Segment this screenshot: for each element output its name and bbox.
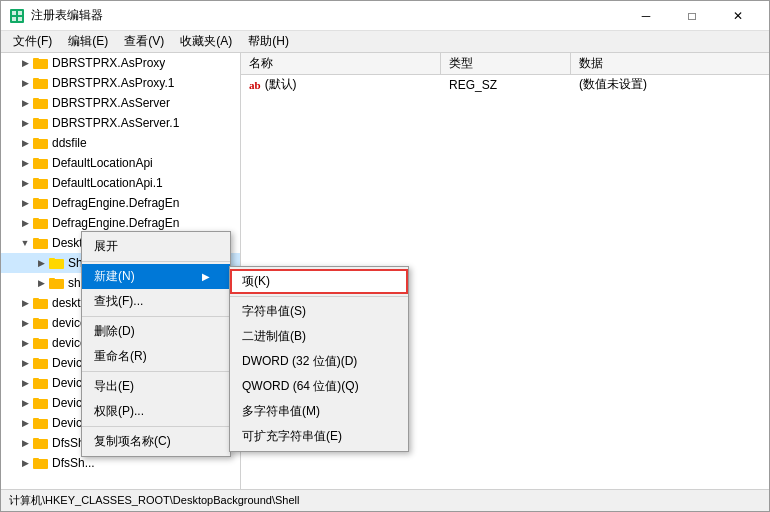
tree-item[interactable]: ▶DefragEngine.DefragEn — [1, 213, 240, 233]
folder-icon — [33, 376, 49, 390]
value-icon: ab — [249, 79, 261, 91]
expand-icon: ▶ — [17, 435, 33, 451]
expand-icon: ▶ — [17, 295, 33, 311]
svg-rect-30 — [33, 298, 39, 301]
expand-icon: ▶ — [17, 95, 33, 111]
menu-help[interactable]: 帮助(H) — [240, 31, 297, 52]
svg-rect-10 — [33, 98, 39, 101]
expand-icon: ▼ — [17, 235, 33, 251]
ctx-expand[interactable]: 展开 — [82, 234, 230, 259]
ctx-delete[interactable]: 删除(D) — [82, 319, 230, 344]
tree-item[interactable]: ▶DefragEngine.DefragEn — [1, 193, 240, 213]
expand-icon: ▶ — [33, 275, 49, 291]
expand-icon: ▶ — [17, 55, 33, 71]
svg-rect-22 — [33, 218, 39, 221]
submenu-dword[interactable]: DWORD (32 位值)(D) — [230, 349, 408, 374]
menu-bar: 文件(F) 编辑(E) 查看(V) 收藏夹(A) 帮助(H) — [1, 31, 769, 53]
submenu-binary[interactable]: 二进制值(B) — [230, 324, 408, 349]
svg-rect-8 — [33, 78, 39, 81]
tree-item-label: DBRSTPRX.AsServer.1 — [52, 116, 179, 130]
menu-edit[interactable]: 编辑(E) — [60, 31, 116, 52]
tree-item[interactable]: ▶DefaultLocationApi — [1, 153, 240, 173]
folder-icon — [33, 336, 49, 350]
folder-icon — [33, 436, 49, 450]
tree-item-label: DBRSTPRX.AsProxy — [52, 56, 165, 70]
app-icon — [9, 8, 25, 24]
folder-icon — [33, 176, 49, 190]
folder-icon — [33, 136, 49, 150]
expand-icon: ▶ — [17, 215, 33, 231]
svg-rect-28 — [49, 278, 55, 281]
svg-rect-38 — [33, 378, 39, 381]
svg-rect-40 — [33, 398, 39, 401]
value-data: (数值未设置) — [571, 76, 769, 93]
expand-icon: ▶ — [17, 395, 33, 411]
expand-icon: ▶ — [17, 455, 33, 471]
folder-icon — [33, 236, 49, 250]
folder-icon — [49, 276, 65, 290]
context-menu: 展开 新建(N) ▶ 查找(F)... 删除(D) 重命名(R) 导出(E) 权… — [81, 231, 231, 457]
menu-favorites[interactable]: 收藏夹(A) — [172, 31, 240, 52]
submenu-sep-1 — [230, 296, 408, 297]
svg-rect-42 — [33, 418, 39, 421]
tree-item[interactable]: ▶DBRSTPRX.AsServer — [1, 93, 240, 113]
folder-icon — [33, 416, 49, 430]
tree-item-label: DfsSh... — [52, 456, 95, 470]
svg-rect-46 — [33, 458, 39, 461]
submenu-multi-string[interactable]: 多字符串值(M) — [230, 399, 408, 424]
folder-icon — [33, 456, 49, 470]
folder-icon — [33, 396, 49, 410]
folder-icon — [33, 56, 49, 70]
value-name: ab (默认) — [241, 76, 441, 93]
folder-icon — [33, 316, 49, 330]
close-button[interactable]: ✕ — [715, 1, 761, 31]
menu-file[interactable]: 文件(F) — [5, 31, 60, 52]
ctx-export[interactable]: 导出(E) — [82, 374, 230, 399]
list-item[interactable]: ab (默认) REG_SZ (数值未设置) — [241, 75, 769, 95]
tree-item-label: DefragEngine.DefragEn — [52, 196, 179, 210]
folder-icon — [33, 116, 49, 130]
header-name: 名称 — [241, 53, 441, 74]
expand-icon: ▶ — [17, 155, 33, 171]
status-path: 计算机\HKEY_CLASSES_ROOT\DesktopBackground\… — [9, 493, 299, 508]
svg-rect-20 — [33, 198, 39, 201]
submenu-item-k[interactable]: 项(K) — [230, 269, 408, 294]
tree-item-label: DefragEngine.DefragEn — [52, 216, 179, 230]
folder-icon — [33, 76, 49, 90]
main-content: ▶DBRSTPRX.AsProxy▶DBRSTPRX.AsProxy.1▶DBR… — [1, 53, 769, 489]
maximize-button[interactable]: □ — [669, 1, 715, 31]
expand-icon: ▶ — [17, 335, 33, 351]
tree-item[interactable]: ▶DefaultLocationApi.1 — [1, 173, 240, 193]
menu-view[interactable]: 查看(V) — [116, 31, 172, 52]
ctx-rename[interactable]: 重命名(R) — [82, 344, 230, 369]
tree-item[interactable]: ▶DBRSTPRX.AsProxy.1 — [1, 73, 240, 93]
svg-rect-4 — [18, 17, 22, 21]
status-bar: 计算机\HKEY_CLASSES_ROOT\DesktopBackground\… — [1, 489, 769, 511]
expand-icon: ▶ — [17, 75, 33, 91]
registry-editor-window: 注册表编辑器 ─ □ ✕ 文件(F) 编辑(E) 查看(V) 收藏夹(A) 帮助… — [0, 0, 770, 512]
folder-icon — [33, 156, 49, 170]
folder-icon — [33, 356, 49, 370]
svg-rect-6 — [33, 58, 39, 61]
ctx-new[interactable]: 新建(N) ▶ — [82, 264, 230, 289]
submenu-expand-string[interactable]: 可扩充字符串值(E) — [230, 424, 408, 449]
minimize-button[interactable]: ─ — [623, 1, 669, 31]
new-submenu: 项(K) 字符串值(S) 二进制值(B) DWORD (32 位值)(D) QW… — [229, 266, 409, 452]
window-title: 注册表编辑器 — [31, 7, 623, 24]
svg-rect-2 — [18, 11, 22, 15]
ctx-permissions[interactable]: 权限(P)... — [82, 399, 230, 424]
svg-rect-24 — [33, 238, 39, 241]
folder-icon — [33, 196, 49, 210]
tree-item-label: DBRSTPRX.AsProxy.1 — [52, 76, 174, 90]
submenu-qword[interactable]: QWORD (64 位值)(Q) — [230, 374, 408, 399]
submenu-string[interactable]: 字符串值(S) — [230, 299, 408, 324]
list-header: 名称 类型 数据 — [241, 53, 769, 75]
folder-icon — [49, 256, 65, 270]
ctx-copy-name[interactable]: 复制项名称(C) — [82, 429, 230, 454]
tree-item[interactable]: ▶ddsfile — [1, 133, 240, 153]
tree-item[interactable]: ▶DBRSTPRX.AsServer.1 — [1, 113, 240, 133]
tree-item[interactable]: ▶DBRSTPRX.AsProxy — [1, 53, 240, 73]
tree-item-label: ddsfile — [52, 136, 87, 150]
svg-rect-14 — [33, 138, 39, 141]
ctx-find[interactable]: 查找(F)... — [82, 289, 230, 314]
